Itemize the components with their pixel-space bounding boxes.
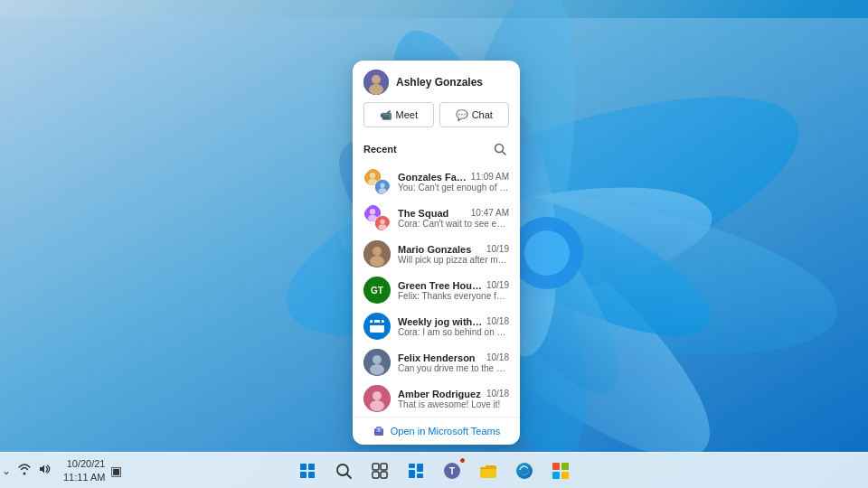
amber-rodriguez-avatar <box>363 385 391 412</box>
volume-icon <box>38 463 51 475</box>
task-view-button[interactable] <box>363 455 396 487</box>
panel-actions: 📹 Meet 💬 Chat <box>353 102 520 136</box>
svg-rect-62 <box>561 472 569 479</box>
felix-henderson-content: Felix Henderson 10/18 Can you drive me t… <box>398 352 509 373</box>
svg-rect-33 <box>370 323 384 325</box>
panel-header: Ashley Gonzales <box>353 61 520 102</box>
notification-center-icon[interactable]: ▣ <box>108 464 124 478</box>
conversation-the-squad[interactable]: The Squad 10:47 AM Cora: Can't wait to s… <box>353 200 520 236</box>
svg-rect-35 <box>380 319 382 323</box>
svg-point-41 <box>370 400 384 411</box>
svg-rect-52 <box>417 464 423 472</box>
svg-point-11 <box>524 230 570 276</box>
taskbar-right: ⌄ 10/20/21 11:11 AM ▣ <box>0 457 124 483</box>
gonzales-family-avatar <box>363 168 391 195</box>
store-icon <box>552 462 570 480</box>
svg-point-40 <box>373 391 382 400</box>
meet-button[interactable]: 📹 Meet <box>363 102 434 127</box>
file-explorer-button[interactable] <box>472 455 505 487</box>
user-avatar <box>363 70 389 95</box>
green-tree-house-avatar: GT <box>363 277 391 304</box>
svg-text:T: T <box>449 466 455 476</box>
edge-icon <box>515 462 533 480</box>
svg-rect-48 <box>381 464 387 470</box>
recent-header: Recent <box>353 136 520 164</box>
mario-gonzales-avatar <box>363 240 391 267</box>
widgets-icon <box>408 463 424 479</box>
conversation-mario-gonzales[interactable]: Mario Gonzales 10/19 Will pick up pizza … <box>353 236 520 272</box>
svg-point-14 <box>369 84 383 95</box>
task-view-icon <box>372 463 388 479</box>
chat-panel: Ashley Gonzales 📹 Meet 💬 Chat Recent <box>353 61 520 445</box>
teams-chat-taskbar-icon: T <box>443 462 461 480</box>
desktop: Ashley Gonzales 📹 Meet 💬 Chat Recent <box>0 0 868 488</box>
svg-point-28 <box>379 224 387 230</box>
conversation-weekly-jog[interactable]: Weekly jog with Cora 10/18 Cora: I am so… <box>353 308 520 344</box>
chat-icon: 💬 <box>456 109 468 121</box>
chat-button[interactable]: 💬 Chat <box>439 102 510 127</box>
svg-rect-59 <box>552 463 560 470</box>
svg-point-21 <box>380 183 384 188</box>
svg-point-13 <box>372 75 381 84</box>
svg-point-10 <box>511 217 583 289</box>
taskbar: T <box>0 452 868 488</box>
search-taskbar-button[interactable] <box>327 455 360 487</box>
file-explorer-icon <box>479 463 497 479</box>
svg-point-22 <box>379 188 387 193</box>
svg-point-18 <box>370 173 375 178</box>
svg-rect-34 <box>373 319 374 323</box>
svg-rect-50 <box>381 472 387 478</box>
svg-point-27 <box>380 220 384 224</box>
svg-point-58 <box>516 463 533 479</box>
network-icon[interactable] <box>16 463 33 478</box>
search-taskbar-icon <box>335 463 352 479</box>
svg-line-46 <box>347 474 351 478</box>
svg-rect-47 <box>373 464 379 470</box>
svg-point-31 <box>370 256 384 267</box>
weekly-jog-avatar <box>363 313 391 340</box>
search-icon <box>494 143 506 155</box>
taskbar-center: T <box>291 455 577 487</box>
svg-point-38 <box>370 364 384 375</box>
svg-line-16 <box>503 152 506 155</box>
recent-label: Recent <box>363 144 397 155</box>
svg-rect-51 <box>409 464 415 468</box>
widgets-button[interactable] <box>400 455 432 487</box>
conversation-green-tree-house[interactable]: GT Green Tree House PTA 10/19 Felix: Tha… <box>353 272 520 308</box>
the-squad-content: The Squad 10:47 AM Cora: Can't wait to s… <box>398 208 509 229</box>
amber-rodriguez-content: Amber Rodriguez 10/18 That is awesome! L… <box>398 389 509 409</box>
green-tree-house-content: Green Tree House PTA 10/19 Felix: Thanks… <box>398 280 509 301</box>
svg-rect-61 <box>552 472 560 479</box>
search-icon-btn[interactable] <box>491 140 509 158</box>
conversation-amber-rodriguez[interactable]: Amber Rodriguez 10/18 That is awesome! L… <box>353 380 520 417</box>
svg-rect-49 <box>373 472 379 478</box>
svg-rect-32 <box>370 320 384 333</box>
mario-gonzales-content: Mario Gonzales 10/19 Will pick up pizza … <box>398 244 509 265</box>
start-button[interactable] <box>291 455 324 487</box>
svg-rect-54 <box>417 474 423 478</box>
svg-point-24 <box>370 209 375 214</box>
teams-chat-taskbar-button[interactable]: T <box>436 455 468 487</box>
teams-icon: T <box>373 425 385 437</box>
the-squad-avatar <box>363 204 391 231</box>
felix-henderson-avatar <box>363 349 391 376</box>
user-name-label: Ashley Gonzales <box>396 76 483 89</box>
store-button[interactable] <box>544 455 577 487</box>
video-icon: 📹 <box>380 109 392 121</box>
windows-logo <box>300 464 315 478</box>
conversation-felix-henderson[interactable]: Felix Henderson 10/18 Can you drive me t… <box>353 344 520 380</box>
edge-button[interactable] <box>508 455 541 487</box>
svg-text:T: T <box>377 427 380 433</box>
system-clock[interactable]: 10/20/21 11:11 AM <box>63 457 105 483</box>
conversation-gonzales-family[interactable]: Gonzales Family 11:09 AM You: Can't get … <box>353 164 520 200</box>
open-in-teams-button[interactable]: T Open in Microsoft Teams <box>353 417 520 445</box>
svg-rect-53 <box>409 470 415 478</box>
svg-point-45 <box>337 465 348 475</box>
calendar-icon <box>369 318 385 334</box>
speaker-icon[interactable] <box>36 463 52 478</box>
tray-chevron[interactable]: ⌄ <box>0 465 13 477</box>
gonzales-family-content: Gonzales Family 11:09 AM You: Can't get … <box>398 172 509 192</box>
conversations-list: Gonzales Family 11:09 AM You: Can't get … <box>353 164 520 417</box>
notification-badge <box>459 457 466 464</box>
svg-point-37 <box>373 355 382 364</box>
